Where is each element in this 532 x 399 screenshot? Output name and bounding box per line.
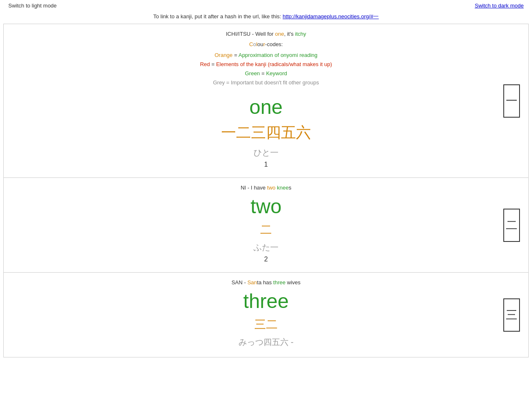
url-prefix: To link to a kanji, put it after a hash … [153,13,283,20]
top-bar: Switch to light mode Switch to dark mode [0,0,532,11]
grey-label: Grey [213,79,224,86]
keyword-ichi: one [12,96,520,118]
colour-line-2: Red = Elements of the kanji (radicals/wh… [12,60,520,69]
keyword-desc: Keyword [266,70,287,76]
orange-label: Orange [214,52,232,58]
onyomi-desc: Approximation of onyomi reading [239,52,318,58]
colour-codes-ou: ou [257,41,263,47]
colour-line-3: Green = Keyword [12,69,520,78]
eq2: = [212,61,216,67]
radicals-desc: Elements of the kanji (radicals/what mak… [216,61,332,67]
keyword-san: three [12,290,520,313]
eq1: = [234,52,239,58]
header-plain-ichi: ICHI/ITSU - Well for [226,31,275,37]
green-label: Green [245,70,260,76]
kanji-box-ichi: 一 [503,84,520,118]
grey-desc: = Important but doesn't fit other groups [226,79,319,86]
header-green-ichi: itchy [295,31,306,37]
number-ni: 2 [12,256,520,263]
colour-codes-co: C [249,41,253,47]
dark-mode-link[interactable]: Switch to dark mode [475,2,524,9]
kunyomi-ichi: ひと一 [12,147,520,158]
header-orange-san: San [247,279,257,286]
kanji-char-ichi: 一 [506,93,517,109]
red-label: Red [200,61,210,67]
kanji-char-ni: 二 [506,217,517,233]
kanji-char-san: 三 [506,307,517,323]
onyomi-san: 三二 [12,317,520,332]
colour-codes-title: Colour-codes: [12,41,520,47]
onyomi-ni: 二 [12,222,520,238]
section-san: SAN - Santa has three wives three 三二 みっつ… [3,273,529,357]
kunyomi-ni: ふた一 [12,242,520,253]
header-plain3-san: wives [286,279,300,286]
header-plain2-ichi: , it's [284,31,295,37]
header-plain-ni: NI - I have [241,185,267,191]
header-plain2-san: ta has [257,279,273,286]
section-header-ichi: ICHI/ITSU - Well for one, it's itchy [12,31,520,37]
kunyomi-san: みっつ四五六 - [12,337,520,348]
section-ni: NI - I have two knees two 二 ふた一 2 二 [3,178,529,273]
kanji-box-ni: 二 [503,209,520,242]
eq3: = [261,70,266,76]
onyomi-ichi: 一二三四五六 [12,123,520,143]
colour-codes-list: Orange = Approximation of onyomi reading… [12,51,520,87]
header-green-san: three [273,279,286,286]
colour-line-4: Grey = Important but doesn't fit other g… [12,78,520,87]
colour-line-1: Orange = Approximation of onyomi reading [12,51,520,60]
colour-codes-dash: -codes: [265,41,283,47]
number-ichi: 1 [12,161,520,168]
section-ichi: ICHI/ITSU - Well for one, it's itchy Col… [3,24,529,178]
header-green-ni: knee [276,185,289,191]
header-plain-san: SAN - [232,279,247,286]
keyword-ni: two [12,195,520,218]
url-bar: To link to a kanji, put it after a hash … [0,11,532,24]
section-header-san: SAN - Santa has three wives [12,279,520,286]
header-plain2-ni: s [289,185,292,191]
kanji-box-san: 三 [503,298,520,332]
header-orange-ichi: one [275,31,284,37]
url-link[interactable]: http://kanjidamageplus.neocities.org/#一 [283,13,379,20]
section-header-ni: NI - I have two knees [12,185,520,191]
header-orange-ni: two [267,185,276,191]
light-mode-label: Switch to light mode [8,2,57,9]
